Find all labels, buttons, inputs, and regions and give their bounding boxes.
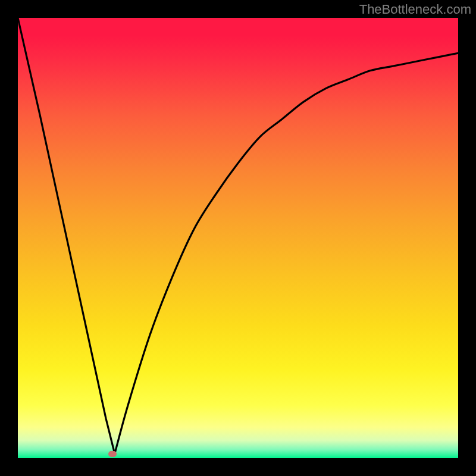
chart-frame: TheBottleneck.com [0, 0, 476, 476]
highlight-dot [108, 451, 117, 457]
bottleneck-curve [18, 18, 458, 454]
plot-area [18, 18, 458, 458]
curve-svg [18, 18, 458, 458]
watermark-text: TheBottleneck.com [359, 2, 471, 17]
